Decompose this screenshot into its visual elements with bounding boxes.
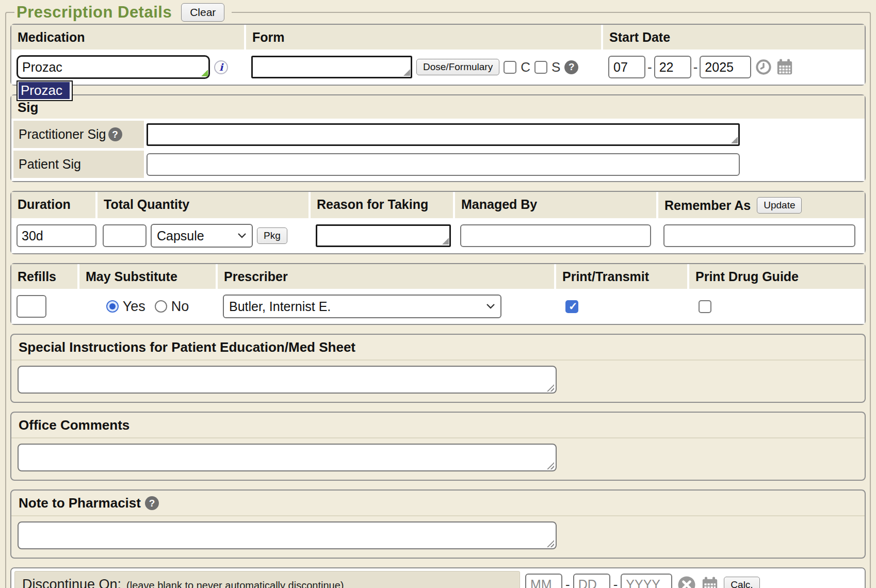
info-icon[interactable]: i [214, 60, 228, 74]
c-checkbox[interactable] [504, 61, 516, 74]
cs-help-icon[interactable]: ? [564, 60, 578, 74]
pkg-button[interactable]: Pkg [257, 227, 287, 244]
prescription-details-legend: Prescription Details Clear [14, 3, 232, 22]
start-date-header: Start Date [603, 25, 865, 50]
sig-section: Sig Practitioner Sig ? Patient Sig [10, 94, 866, 182]
dose-formulary-button[interactable]: Dose/Formulary [416, 59, 499, 75]
may-substitute-header: May Substitute [79, 264, 216, 289]
office-comments-wrap [18, 444, 557, 473]
date-separator: - [565, 577, 570, 588]
calendar-icon[interactable] [701, 576, 719, 588]
practitioner-sig-combo [147, 123, 740, 146]
remember-as-label: Remember As [664, 198, 751, 213]
medication-header: Medication [11, 25, 244, 50]
practitioner-sig-input[interactable] [147, 123, 740, 146]
medication-autocomplete-dropdown: Prozac [17, 80, 73, 101]
office-comments-textarea[interactable] [18, 444, 557, 471]
reason-resize-corner [442, 238, 449, 244]
reason-input[interactable] [316, 224, 451, 247]
medication-combo: Prozac [17, 55, 210, 79]
form-input[interactable] [251, 56, 412, 78]
special-instructions-section: Special Instructions for Patient Educati… [10, 334, 866, 403]
practitioner-sig-resize-corner [731, 137, 738, 143]
prescription-details-fieldset: Prescription Details Clear Medication Fo… [5, 3, 871, 588]
special-instructions-textarea[interactable] [18, 366, 557, 394]
clock-icon[interactable] [755, 59, 772, 75]
start-month-input[interactable] [608, 56, 645, 78]
note-to-pharmacist-wrap [18, 521, 557, 551]
discontinue-year-input[interactable] [621, 574, 672, 588]
may-substitute-no-radio[interactable] [155, 300, 167, 313]
may-substitute-no-label: No [171, 299, 189, 315]
discontinue-section: Discontinue On: (leave blank to never au… [10, 567, 866, 588]
remember-as-input[interactable] [663, 224, 855, 247]
medication-section: Medication Form Start Date Prozac i [10, 24, 866, 86]
practitioner-sig-label-cell: Practitioner Sig ? [13, 121, 144, 148]
unit-select-value: Capsule [157, 228, 204, 243]
may-substitute-yes-label: Yes [123, 299, 145, 315]
calc-button[interactable]: Calc. [724, 577, 759, 588]
sig-heading: Sig [11, 95, 865, 119]
practitioner-sig-help-icon[interactable]: ? [108, 127, 122, 141]
form-header: Form [246, 25, 601, 50]
page-title: Prescription Details [17, 3, 172, 22]
discontinue-month-input[interactable] [525, 574, 562, 588]
discontinue-day-input[interactable] [573, 574, 610, 588]
prescriber-header: Prescriber [218, 264, 554, 289]
prescriber-select[interactable]: Butler, Internist E. [223, 295, 501, 318]
patient-sig-label-cell: Patient Sig [13, 151, 144, 178]
autocomplete-item-prozac[interactable]: Prozac [19, 82, 70, 99]
discontinue-label: Discontinue On: [22, 577, 121, 588]
start-day-input[interactable] [654, 56, 691, 78]
start-year-input[interactable] [700, 56, 751, 78]
form-resize-corner [403, 69, 410, 76]
print-transmit-checkbox[interactable] [565, 300, 578, 313]
print-transmit-header: Print/Transmit [556, 264, 687, 289]
c-checkbox-label: C [521, 59, 530, 75]
discontinue-hint: (leave blank to never automatically disc… [126, 580, 344, 588]
managed-by-header: Managed By [455, 192, 656, 218]
clear-button[interactable]: Clear [181, 3, 224, 22]
discontinue-label-panel: Discontinue On: (leave blank to never au… [14, 571, 520, 588]
update-button[interactable]: Update [757, 197, 802, 214]
chevron-down-icon [237, 233, 247, 239]
refills-input[interactable] [17, 295, 46, 318]
clear-date-icon[interactable] [677, 576, 696, 588]
note-to-pharmacist-textarea[interactable] [18, 521, 557, 549]
date-separator: - [647, 59, 652, 75]
may-substitute-yes-radio[interactable] [106, 300, 119, 313]
note-to-pharmacist-heading: Note to Pharmacist [19, 495, 141, 511]
medication-input[interactable] [17, 55, 210, 79]
note-to-pharmacist-section: Note to Pharmacist ? [10, 489, 866, 559]
special-instructions-heading: Special Instructions for Patient Educati… [19, 339, 355, 355]
total-quantity-input[interactable] [103, 224, 147, 247]
patient-sig-label: Patient Sig [19, 157, 81, 172]
quantity-section: Duration Total Quantity Reason for Takin… [10, 191, 866, 254]
reason-combo [316, 224, 451, 247]
unit-select[interactable]: Capsule [151, 224, 253, 248]
special-instructions-wrap [18, 366, 557, 396]
date-separator: - [693, 59, 698, 75]
refills-header: Refills [11, 264, 77, 289]
total-quantity-header: Total Quantity [98, 192, 309, 218]
office-comments-section: Office Comments [10, 412, 866, 481]
s-checkbox-label: S [551, 59, 560, 75]
calendar-icon[interactable] [776, 58, 793, 76]
chevron-down-icon [486, 303, 495, 309]
prescriber-select-value: Butler, Internist E. [229, 299, 331, 314]
reason-header: Reason for Taking [311, 192, 453, 218]
practitioner-sig-label: Practitioner Sig [19, 127, 106, 142]
office-comments-heading: Office Comments [19, 417, 129, 433]
patient-sig-input[interactable] [147, 153, 740, 176]
print-drug-guide-header: Print Drug Guide [689, 264, 865, 289]
date-separator: - [613, 577, 618, 588]
managed-by-input[interactable] [460, 224, 651, 247]
remember-as-header: Remember As Update [658, 192, 865, 218]
s-checkbox[interactable] [534, 61, 547, 74]
duration-input[interactable] [17, 224, 96, 247]
form-combo [251, 56, 412, 78]
print-drug-guide-checkbox[interactable] [699, 300, 711, 313]
refills-section: Refills May Substitute Prescriber Print/… [10, 263, 866, 325]
medication-resize-corner [201, 70, 208, 76]
note-to-pharmacist-help-icon[interactable]: ? [145, 496, 159, 510]
